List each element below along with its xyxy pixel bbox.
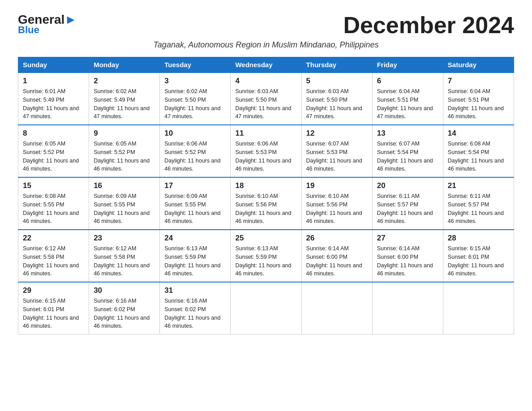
calendar-cell: 25 Sunrise: 6:13 AM Sunset: 5:59 PM Dayl…: [231, 230, 301, 282]
day-number: 15: [23, 181, 84, 190]
day-number: 8: [23, 129, 84, 138]
page-header: General► Blue December 2024: [18, 13, 514, 37]
header-friday: Friday: [372, 57, 443, 73]
day-info: Sunrise: 6:15 AM Sunset: 6:01 PM Dayligh…: [448, 244, 509, 278]
day-info: Sunrise: 6:13 AM Sunset: 5:59 PM Dayligh…: [235, 244, 296, 278]
calendar-cell: 4 Sunrise: 6:03 AM Sunset: 5:50 PM Dayli…: [231, 73, 301, 125]
day-info: Sunrise: 6:11 AM Sunset: 5:57 PM Dayligh…: [448, 192, 509, 226]
calendar-cell: 2 Sunrise: 6:02 AM Sunset: 5:49 PM Dayli…: [89, 73, 160, 125]
day-info: Sunrise: 6:14 AM Sunset: 6:00 PM Dayligh…: [306, 244, 368, 278]
calendar-cell: 11 Sunrise: 6:06 AM Sunset: 5:53 PM Dayl…: [231, 125, 301, 177]
calendar-week-1: 1 Sunrise: 6:01 AM Sunset: 5:49 PM Dayli…: [18, 73, 514, 125]
logo-arrow: ►: [64, 13, 77, 26]
day-number: 30: [94, 286, 155, 295]
day-number: 20: [377, 181, 438, 190]
calendar-cell: 8 Sunrise: 6:05 AM Sunset: 5:52 PM Dayli…: [18, 125, 89, 177]
day-number: 6: [377, 77, 438, 86]
calendar-cell: 24 Sunrise: 6:13 AM Sunset: 5:59 PM Dayl…: [160, 230, 231, 282]
calendar-cell: 21 Sunrise: 6:11 AM Sunset: 5:57 PM Dayl…: [443, 177, 514, 230]
header-wednesday: Wednesday: [231, 57, 301, 73]
day-info: Sunrise: 6:08 AM Sunset: 5:55 PM Dayligh…: [23, 192, 84, 226]
calendar-cell: 20 Sunrise: 6:11 AM Sunset: 5:57 PM Dayl…: [372, 177, 443, 230]
day-info: Sunrise: 6:16 AM Sunset: 6:02 PM Dayligh…: [164, 297, 226, 330]
calendar-body: 1 Sunrise: 6:01 AM Sunset: 5:49 PM Dayli…: [18, 73, 514, 334]
day-number: 17: [164, 181, 226, 190]
calendar-cell: 27 Sunrise: 6:14 AM Sunset: 6:00 PM Dayl…: [372, 230, 443, 282]
day-number: 4: [235, 77, 296, 86]
day-number: 14: [448, 129, 509, 138]
day-number: 29: [23, 286, 84, 295]
header-saturday: Saturday: [443, 57, 514, 73]
day-info: Sunrise: 6:07 AM Sunset: 5:54 PM Dayligh…: [377, 140, 438, 173]
day-number: 18: [235, 181, 296, 190]
calendar-cell: [372, 282, 443, 334]
day-info: Sunrise: 6:06 AM Sunset: 5:53 PM Dayligh…: [235, 140, 296, 173]
day-info: Sunrise: 6:15 AM Sunset: 6:01 PM Dayligh…: [23, 297, 84, 330]
calendar-cell: 6 Sunrise: 6:04 AM Sunset: 5:51 PM Dayli…: [372, 73, 443, 125]
calendar-week-3: 15 Sunrise: 6:08 AM Sunset: 5:55 PM Dayl…: [18, 177, 514, 230]
day-number: 12: [306, 129, 368, 138]
day-number: 25: [235, 234, 296, 243]
calendar-cell: 30 Sunrise: 6:16 AM Sunset: 6:02 PM Dayl…: [89, 282, 160, 334]
calendar-header: Sunday Monday Tuesday Wednesday Thursday…: [18, 57, 514, 73]
calendar-cell: 1 Sunrise: 6:01 AM Sunset: 5:49 PM Dayli…: [18, 73, 89, 125]
month-title: December 2024: [343, 13, 514, 37]
day-info: Sunrise: 6:16 AM Sunset: 6:02 PM Dayligh…: [94, 297, 155, 330]
header-thursday: Thursday: [301, 57, 372, 73]
header-row: Sunday Monday Tuesday Wednesday Thursday…: [18, 57, 514, 73]
calendar-cell: 23 Sunrise: 6:12 AM Sunset: 5:58 PM Dayl…: [89, 230, 160, 282]
calendar-cell: 5 Sunrise: 6:03 AM Sunset: 5:50 PM Dayli…: [301, 73, 372, 125]
calendar-cell: 15 Sunrise: 6:08 AM Sunset: 5:55 PM Dayl…: [18, 177, 89, 230]
day-info: Sunrise: 6:05 AM Sunset: 5:52 PM Dayligh…: [94, 140, 155, 173]
day-info: Sunrise: 6:11 AM Sunset: 5:57 PM Dayligh…: [377, 192, 438, 226]
day-info: Sunrise: 6:13 AM Sunset: 5:59 PM Dayligh…: [164, 244, 226, 278]
day-number: 11: [235, 129, 296, 138]
day-number: 5: [306, 77, 368, 86]
calendar-cell: 19 Sunrise: 6:10 AM Sunset: 5:56 PM Dayl…: [301, 177, 372, 230]
day-info: Sunrise: 6:04 AM Sunset: 5:51 PM Dayligh…: [377, 87, 438, 121]
calendar-week-5: 29 Sunrise: 6:15 AM Sunset: 6:01 PM Dayl…: [18, 282, 514, 334]
day-number: 7: [448, 77, 509, 86]
calendar-cell: 13 Sunrise: 6:07 AM Sunset: 5:54 PM Dayl…: [372, 125, 443, 177]
day-number: 3: [164, 77, 226, 86]
day-info: Sunrise: 6:02 AM Sunset: 5:49 PM Dayligh…: [94, 87, 155, 121]
calendar-week-4: 22 Sunrise: 6:12 AM Sunset: 5:58 PM Dayl…: [18, 230, 514, 282]
day-number: 22: [23, 234, 84, 243]
day-info: Sunrise: 6:05 AM Sunset: 5:52 PM Dayligh…: [23, 140, 84, 173]
calendar-week-2: 8 Sunrise: 6:05 AM Sunset: 5:52 PM Dayli…: [18, 125, 514, 177]
day-info: Sunrise: 6:12 AM Sunset: 5:58 PM Dayligh…: [94, 244, 155, 278]
day-number: 13: [377, 129, 438, 138]
day-number: 28: [448, 234, 509, 243]
day-number: 16: [94, 181, 155, 190]
day-info: Sunrise: 6:03 AM Sunset: 5:50 PM Dayligh…: [306, 87, 368, 121]
day-info: Sunrise: 6:08 AM Sunset: 5:54 PM Dayligh…: [448, 140, 509, 173]
calendar-cell: 28 Sunrise: 6:15 AM Sunset: 6:01 PM Dayl…: [443, 230, 514, 282]
calendar-cell: 10 Sunrise: 6:06 AM Sunset: 5:52 PM Dayl…: [160, 125, 231, 177]
calendar-cell: 3 Sunrise: 6:02 AM Sunset: 5:50 PM Dayli…: [160, 73, 231, 125]
calendar-cell: [231, 282, 301, 334]
day-info: Sunrise: 6:06 AM Sunset: 5:52 PM Dayligh…: [164, 140, 226, 173]
day-info: Sunrise: 6:03 AM Sunset: 5:50 PM Dayligh…: [235, 87, 296, 121]
calendar-cell: 29 Sunrise: 6:15 AM Sunset: 6:01 PM Dayl…: [18, 282, 89, 334]
calendar-cell: 26 Sunrise: 6:14 AM Sunset: 6:00 PM Dayl…: [301, 230, 372, 282]
calendar-cell: [301, 282, 372, 334]
calendar-cell: 12 Sunrise: 6:07 AM Sunset: 5:53 PM Dayl…: [301, 125, 372, 177]
day-number: 27: [377, 234, 438, 243]
day-number: 31: [164, 286, 226, 295]
calendar-cell: 9 Sunrise: 6:05 AM Sunset: 5:52 PM Dayli…: [89, 125, 160, 177]
calendar-table: Sunday Monday Tuesday Wednesday Thursday…: [18, 57, 514, 334]
day-number: 19: [306, 181, 368, 190]
day-info: Sunrise: 6:10 AM Sunset: 5:56 PM Dayligh…: [306, 192, 368, 226]
day-number: 9: [94, 129, 155, 138]
header-monday: Monday: [89, 57, 160, 73]
logo: General► Blue: [18, 13, 77, 36]
day-info: Sunrise: 6:04 AM Sunset: 5:51 PM Dayligh…: [448, 87, 509, 121]
day-info: Sunrise: 6:09 AM Sunset: 5:55 PM Dayligh…: [164, 192, 226, 226]
calendar-cell: 16 Sunrise: 6:09 AM Sunset: 5:55 PM Dayl…: [89, 177, 160, 230]
calendar-cell: [443, 282, 514, 334]
calendar-cell: 18 Sunrise: 6:10 AM Sunset: 5:56 PM Dayl…: [231, 177, 301, 230]
header-sunday: Sunday: [18, 57, 89, 73]
logo-blue: Blue: [18, 24, 39, 36]
day-info: Sunrise: 6:10 AM Sunset: 5:56 PM Dayligh…: [235, 192, 296, 226]
day-info: Sunrise: 6:01 AM Sunset: 5:49 PM Dayligh…: [23, 87, 84, 121]
